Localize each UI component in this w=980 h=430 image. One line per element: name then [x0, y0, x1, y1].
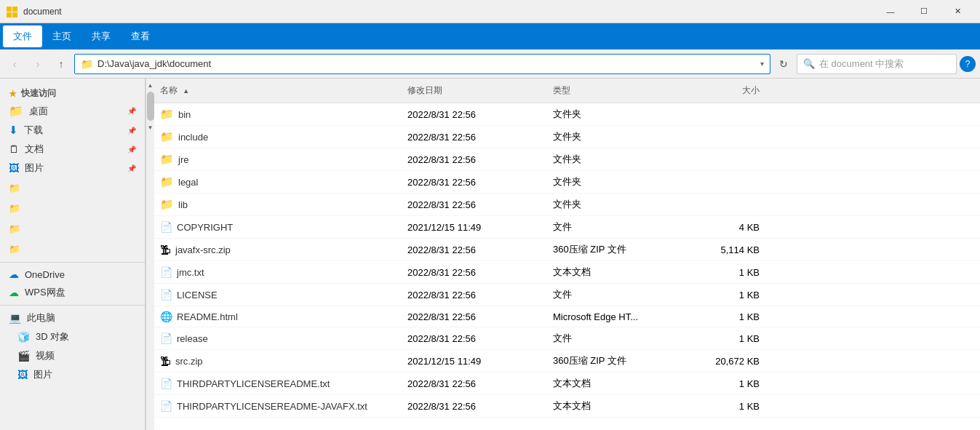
- sidebar-item-video[interactable]: 🎬 视频: [0, 346, 145, 365]
- file-name: jmc.txt: [177, 267, 204, 278]
- file-type: 文件夹: [547, 150, 678, 169]
- scroll-thumb[interactable]: [147, 92, 154, 121]
- table-row[interactable]: 📄 jmc.txt 2022/8/31 22:56 文本文档 1 KB: [154, 261, 980, 284]
- video-label: 视频: [36, 349, 55, 362]
- address-bar[interactable]: 📁 D:\Java\java_jdk\document ▾: [74, 54, 770, 74]
- col-header-size[interactable]: 大小: [678, 81, 765, 100]
- file-size: 1 KB: [678, 308, 765, 325]
- file-date: 2022/8/31 22:56: [402, 196, 547, 213]
- sidebar-item-3d[interactable]: 🧊 3D 对象: [0, 327, 145, 346]
- svg-rect-2: [7, 12, 12, 17]
- table-row[interactable]: 📄 COPYRIGHT 2021/12/15 11:49 文件 4 KB: [154, 216, 980, 239]
- onedrive-icon: ☁: [9, 268, 19, 280]
- search-placeholder: 在 document 中搜索: [819, 57, 904, 71]
- col-header-date[interactable]: 修改日期: [402, 81, 547, 100]
- file-date: 2022/8/31 22:56: [402, 308, 547, 325]
- sidebar-blank-2[interactable]: 📁: [0, 198, 145, 218]
- refresh-button[interactable]: ↻: [773, 54, 794, 74]
- sidebar-item-computer[interactable]: 💻 此电脑: [0, 308, 145, 327]
- col-header-name[interactable]: 名称 ▲: [154, 81, 402, 100]
- table-row[interactable]: 📄 LICENSE 2022/8/31 22:56 文件 1 KB: [154, 284, 980, 306]
- table-row[interactable]: 📁 lib 2022/8/31 22:56 文件夹: [154, 194, 980, 216]
- sidebar-item-desktop[interactable]: 📁 桌面 📌: [0, 101, 145, 121]
- file-name: release: [177, 333, 208, 344]
- app-icon: [6, 6, 17, 17]
- computer-label: 此电脑: [27, 311, 55, 325]
- table-row[interactable]: 📄 THIRDPARTYLICENSEREADME-JAVAFX.txt 202…: [154, 395, 980, 418]
- pictures2-icon: 🖼: [17, 369, 28, 381]
- sidebar-item-onedrive[interactable]: ☁ OneDrive: [0, 266, 145, 283]
- file-date: 2022/8/31 22:56: [402, 375, 547, 392]
- file-size: [678, 111, 765, 117]
- sidebar-item-download[interactable]: ⬇ 下载 📌: [0, 121, 145, 140]
- file-type: 文件夹: [547, 105, 678, 124]
- svg-rect-3: [12, 12, 17, 17]
- left-scrollbar[interactable]: ▲ ▼: [146, 79, 154, 430]
- folder-icon: 📁: [160, 130, 174, 143]
- sidebar-blank-4[interactable]: 📁: [0, 239, 145, 259]
- pin-icon-4: 📌: [127, 164, 136, 172]
- search-bar[interactable]: 🔍 在 document 中搜索: [797, 54, 957, 74]
- file-type: 文件: [547, 218, 678, 236]
- menu-item-share[interactable]: 共享: [81, 25, 121, 47]
- menu-bar: 文件 主页 共享 查看: [0, 23, 980, 49]
- close-button[interactable]: ✕: [941, 0, 974, 23]
- table-row[interactable]: 📄 release 2022/8/31 22:56 文件 1 KB: [154, 327, 980, 350]
- sidebar-item-docs[interactable]: 🗒 文档 📌: [0, 140, 145, 159]
- file-icon: 📄: [160, 333, 172, 344]
- table-row[interactable]: 📁 bin 2022/8/31 22:56 文件夹: [154, 103, 980, 126]
- desktop-icon: 📁: [9, 104, 23, 118]
- file-size: [678, 202, 765, 207]
- file-type: 文件夹: [547, 172, 678, 191]
- docs-label: 文档: [25, 143, 44, 156]
- address-dropdown-icon[interactable]: ▾: [760, 60, 764, 68]
- pictures-icon: 🖼: [9, 162, 19, 174]
- scroll-down-btn[interactable]: ▼: [146, 122, 155, 132]
- forward-button[interactable]: ›: [28, 54, 48, 74]
- folder-yellow-4: 📁: [9, 244, 20, 255]
- file-date: 2022/8/31 22:56: [402, 129, 547, 146]
- txt-icon: 📄: [160, 266, 172, 278]
- table-row[interactable]: 🗜 javafx-src.zip 2022/8/31 22:56 360压缩 Z…: [154, 239, 980, 261]
- txt-icon-2: 📄: [160, 378, 172, 389]
- table-row[interactable]: 📁 include 2022/8/31 22:56 文件夹: [154, 126, 980, 148]
- up-button[interactable]: ↑: [51, 54, 71, 74]
- scroll-up-btn[interactable]: ▲: [146, 80, 155, 90]
- file-type: Microsoft Edge HT...: [547, 308, 678, 325]
- menu-item-view[interactable]: 查看: [121, 25, 160, 47]
- sidebar-divider-1: [0, 262, 145, 263]
- table-row[interactable]: 📄 THIRDPARTYLICENSEREADME.txt 2022/8/31 …: [154, 373, 980, 395]
- file-date: 2022/8/31 22:56: [402, 398, 547, 415]
- file-type: 360压缩 ZIP 文件: [547, 351, 678, 370]
- pictures2-label: 图片: [33, 368, 52, 381]
- file-name: javafx-src.zip: [175, 244, 231, 255]
- svg-rect-1: [12, 7, 17, 12]
- star-icon: ★: [9, 89, 17, 99]
- table-row[interactable]: 📁 jre 2022/8/31 22:56 文件夹: [154, 148, 980, 171]
- sidebar-item-pictures[interactable]: 🖼 图片 📌: [0, 159, 145, 178]
- menu-item-home[interactable]: 主页: [42, 25, 81, 47]
- sidebar-item-pictures2[interactable]: 🖼 图片: [0, 365, 145, 384]
- back-button[interactable]: ‹: [4, 54, 25, 74]
- menu-item-file[interactable]: 文件: [3, 25, 42, 47]
- table-row[interactable]: 📁 legal 2022/8/31 22:56 文件夹: [154, 171, 980, 194]
- file-name: README.html: [177, 311, 238, 322]
- sidebar-item-wps[interactable]: ☁ WPS网盘: [0, 283, 145, 302]
- file-date: 2022/8/31 22:56: [402, 330, 547, 347]
- folder-icon: 📁: [160, 198, 174, 211]
- folder-yellow-2: 📁: [9, 203, 20, 214]
- computer-icon: 💻: [9, 312, 21, 324]
- content-area: ▲ ▼ 名称 ▲ 修改日期 类型 大小 📁 bin 2022/8/31: [146, 79, 980, 430]
- table-row[interactable]: 🌐 README.html 2022/8/31 22:56 Microsoft …: [154, 306, 980, 327]
- maximize-button[interactable]: ☐: [907, 0, 941, 23]
- table-row[interactable]: 🗜 src.zip 2021/12/15 11:49 360压缩 ZIP 文件 …: [154, 350, 980, 373]
- minimize-button[interactable]: —: [874, 0, 907, 23]
- zip-icon-2: 🗜: [160, 355, 171, 367]
- help-button[interactable]: ?: [960, 56, 976, 72]
- window-title: document: [23, 7, 62, 17]
- title-bar-icons: [6, 6, 17, 17]
- col-header-type[interactable]: 类型: [547, 81, 678, 100]
- file-size: 20,672 KB: [678, 353, 765, 370]
- sidebar-blank-1[interactable]: 📁: [0, 178, 145, 198]
- sidebar-blank-3[interactable]: 📁: [0, 218, 145, 239]
